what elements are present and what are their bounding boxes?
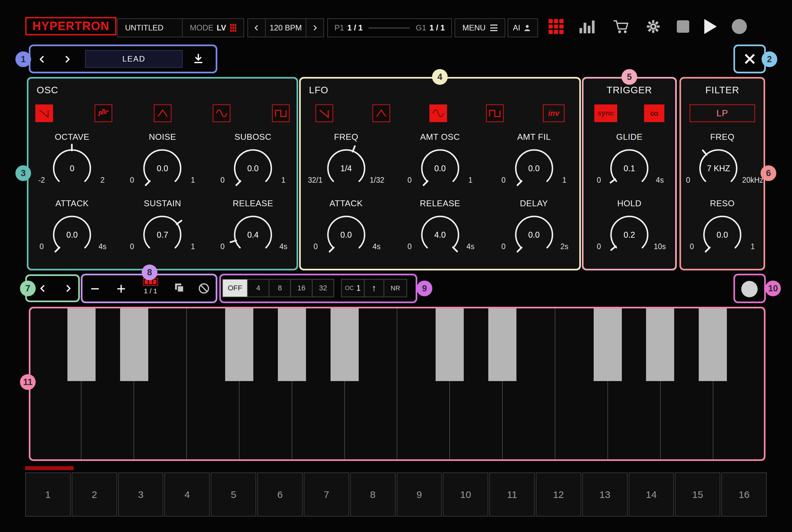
knob-amt-osc[interactable]: AMT OSC00.01 <box>403 132 478 191</box>
knob-sustain[interactable]: SUSTAIN00.71 <box>125 198 200 258</box>
knob-dial[interactable]: 1/4 <box>323 143 369 191</box>
pattern-remove-button[interactable]: − <box>86 280 104 297</box>
rate-option-8[interactable]: 8 <box>269 279 291 297</box>
knob-lfo-freq[interactable]: FREQ32/11/41/32 <box>308 132 385 191</box>
lfo-wave-sine-button[interactable] <box>429 104 447 122</box>
pad-grid-icon[interactable] <box>548 19 564 34</box>
knob-dial[interactable]: 0.0 <box>49 209 95 258</box>
step-cell[interactable]: 5 <box>211 472 256 517</box>
direction-button[interactable]: ↑ <box>364 279 384 297</box>
black-key[interactable] <box>331 307 359 381</box>
knob-dial[interactable]: 0.7 <box>139 209 185 258</box>
step-cell[interactable]: 13 <box>582 472 628 517</box>
step-cell[interactable]: 8 <box>350 472 396 517</box>
black-key[interactable] <box>646 307 674 381</box>
knob-lfo-attack[interactable]: ATTACK00.04s <box>309 198 384 258</box>
knob-octave[interactable]: OCTAVE-202 <box>35 132 109 191</box>
knob-hold[interactable]: HOLD00.210s <box>592 198 667 258</box>
lfo-wave-triangle-button[interactable] <box>372 104 390 122</box>
rate-option-16[interactable]: 16 <box>290 279 312 297</box>
knob-lfo-delay[interactable]: DELAY00.02s <box>497 198 572 258</box>
osc-wave-sine-button[interactable] <box>213 104 230 122</box>
osc-wave-noise-button[interactable] <box>95 104 112 122</box>
ai-button[interactable]: AI <box>508 18 538 37</box>
preset-next-button[interactable] <box>60 52 74 66</box>
osc-wave-square-button[interactable] <box>272 104 290 122</box>
knob-dial[interactable]: 0.0 <box>417 143 463 191</box>
preset-save-button[interactable] <box>191 52 206 66</box>
pattern-next-button[interactable] <box>60 280 76 297</box>
black-key[interactable] <box>67 307 96 381</box>
knob-dial[interactable]: 0.1 <box>606 143 652 191</box>
lfo-invert-button[interactable]: inv <box>543 104 564 122</box>
sync-button[interactable]: sync <box>594 104 617 122</box>
bpm-value[interactable]: 120 BPM <box>265 18 306 37</box>
gear-icon[interactable] <box>645 18 662 35</box>
step-cell[interactable]: 6 <box>257 472 303 517</box>
octave-selector[interactable]: OC 1 <box>341 279 365 297</box>
close-button[interactable] <box>733 44 766 73</box>
black-key[interactable] <box>488 307 517 381</box>
bpm-increase-button[interactable] <box>306 18 324 37</box>
knob-lfo-release[interactable]: RELEASE04.04s <box>403 198 478 258</box>
osc-wave-saw-button[interactable] <box>35 104 53 122</box>
knob-dial[interactable]: 0.0 <box>323 209 369 258</box>
knob-glide[interactable]: GLIDE00.14s <box>592 132 667 191</box>
knob-dial[interactable]: 0.0 <box>511 143 557 191</box>
rate-option-4[interactable]: 4 <box>247 279 269 297</box>
pattern-add-button[interactable]: + <box>112 280 130 297</box>
nr-button[interactable]: NR <box>384 279 407 297</box>
step-cell[interactable]: 2 <box>72 472 117 517</box>
pattern-prev-button[interactable] <box>35 280 51 297</box>
black-key[interactable] <box>699 307 727 381</box>
knob-dial[interactable]: 0.0 <box>230 143 276 191</box>
step-cell[interactable]: 16 <box>721 472 767 517</box>
project-title[interactable]: UNTITLED <box>117 18 182 37</box>
step-cell[interactable]: 1 <box>25 472 71 517</box>
knob-dial[interactable]: 0.0 <box>511 209 557 258</box>
knob-dial[interactable]: 0.0 <box>139 143 185 191</box>
preset-name-field[interactable]: LEAD <box>85 50 182 68</box>
pattern-clear-button[interactable] <box>195 280 213 297</box>
knob-dial[interactable]: 0.4 <box>230 209 276 258</box>
menu-button[interactable]: MENU <box>455 18 505 37</box>
bpm-decrease-button[interactable] <box>247 18 266 37</box>
keyboard[interactable] <box>29 307 766 461</box>
loop-button[interactable]: ∞ <box>644 104 664 122</box>
black-key[interactable] <box>436 307 464 381</box>
step-cell[interactable]: 3 <box>118 472 163 517</box>
knob-reso[interactable]: RESO00.01 <box>685 198 759 258</box>
pattern-page-widget[interactable]: 1 / 1 <box>137 278 164 295</box>
knob-subosc[interactable]: SUBOSC00.01 <box>216 132 290 191</box>
osc-wave-triangle-button[interactable] <box>154 104 172 122</box>
step-cell[interactable]: 15 <box>675 472 720 517</box>
knob-dial[interactable]: 0 <box>49 143 95 191</box>
black-key[interactable] <box>278 307 306 381</box>
record-button[interactable] <box>732 19 747 34</box>
step-cell[interactable]: 11 <box>489 472 535 517</box>
pattern-copy-button[interactable] <box>170 280 189 297</box>
knob-dial[interactable]: 7 KHZ <box>695 143 741 191</box>
preset-prev-button[interactable] <box>35 52 49 66</box>
knob-osc-release[interactable]: RELEASE00.44s <box>216 198 290 258</box>
mode-selector[interactable]: MODE LV <box>182 18 244 37</box>
play-button[interactable] <box>704 19 717 34</box>
rate-option-32[interactable]: 32 <box>312 279 334 297</box>
shop-cart-icon[interactable] <box>612 18 630 35</box>
knob-amt-fil[interactable]: AMT FIL00.01 <box>497 132 572 191</box>
knob-filter-freq[interactable]: FREQ07 KHZ20kHz <box>681 132 763 191</box>
knob-dial[interactable]: 0.2 <box>606 209 652 258</box>
step-cell[interactable]: 14 <box>629 472 674 517</box>
knob-dial[interactable]: 4.0 <box>417 209 463 258</box>
sequence-record-button[interactable] <box>741 280 758 298</box>
step-cell[interactable]: 10 <box>443 472 488 517</box>
knob-noise[interactable]: NOISE00.01 <box>125 132 200 191</box>
lfo-wave-saw-button[interactable] <box>315 104 333 122</box>
black-key[interactable] <box>120 307 148 381</box>
step-cell[interactable]: 12 <box>536 472 581 517</box>
knob-osc-attack[interactable]: ATTACK00.04s <box>35 198 109 258</box>
black-key[interactable] <box>225 307 253 381</box>
knob-dial[interactable]: 0.0 <box>699 209 745 258</box>
black-key[interactable] <box>594 307 622 381</box>
filter-mode-button[interactable]: LP <box>690 104 755 122</box>
